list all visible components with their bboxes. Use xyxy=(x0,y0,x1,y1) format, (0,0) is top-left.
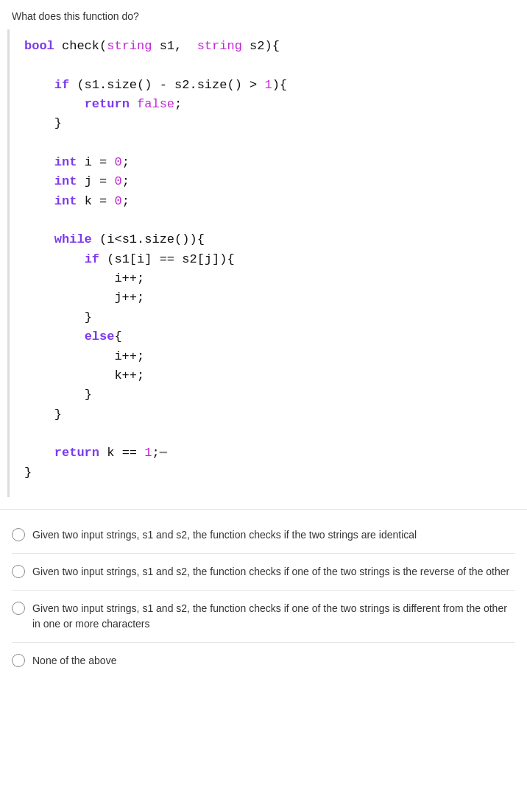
code-line-7: int i = 0; xyxy=(24,153,505,172)
code-line-8: int j = 0; xyxy=(24,172,505,191)
radio-4[interactable] xyxy=(12,654,25,667)
code-line-5: } xyxy=(24,114,505,133)
code-block: bool check(string s1, string s2){ if (s1… xyxy=(7,29,520,497)
radio-3[interactable] xyxy=(12,602,25,615)
code-line-19: } xyxy=(24,385,505,405)
code-line-3: if (s1.size() - s2.size() > 1){ xyxy=(24,76,505,95)
question-text: What does this function do? xyxy=(0,0,527,29)
option-label-1: Given two input strings, s1 and s2, the … xyxy=(32,527,417,543)
code-line-4: return false; xyxy=(24,95,505,114)
code-line-17: i++; xyxy=(24,347,505,366)
code-line-9: int k = 0; xyxy=(24,192,505,211)
option-label-2: Given two input strings, s1 and s2, the … xyxy=(32,564,509,580)
code-line-12: if (s1[i] == s2[j]){ xyxy=(24,250,505,269)
option-item-2[interactable]: Given two input strings, s1 and s2, the … xyxy=(12,554,515,591)
code-line-11: while (i<s1.size()){ xyxy=(24,230,505,249)
radio-2[interactable] xyxy=(12,565,25,578)
code-line-blank3 xyxy=(24,211,505,230)
code-line-blank1 xyxy=(24,56,505,75)
code-line-22: return k == 1;— xyxy=(24,444,505,463)
code-line-13: i++; xyxy=(24,269,505,288)
code-line-blank4 xyxy=(24,424,505,444)
option-label-3: Given two input strings, s1 and s2, the … xyxy=(32,601,515,632)
code-line-15: } xyxy=(24,308,505,327)
option-label-4: None of the above xyxy=(32,653,116,669)
code-line-16: else{ xyxy=(24,327,505,346)
code-line-18: k++; xyxy=(24,366,505,385)
code-line-23: } xyxy=(24,463,505,482)
code-line-14: j++; xyxy=(24,288,505,307)
code-line-blank2 xyxy=(24,134,505,153)
radio-1[interactable] xyxy=(12,528,25,541)
code-line-1: bool check(string s1, string s2){ xyxy=(24,37,505,56)
option-item-3[interactable]: Given two input strings, s1 and s2, the … xyxy=(12,591,515,643)
code-line-20: } xyxy=(24,405,505,424)
options-area: Given two input strings, s1 and s2, the … xyxy=(0,510,527,694)
option-item-4[interactable]: None of the above xyxy=(12,643,515,679)
option-item-1[interactable]: Given two input strings, s1 and s2, the … xyxy=(12,517,515,554)
